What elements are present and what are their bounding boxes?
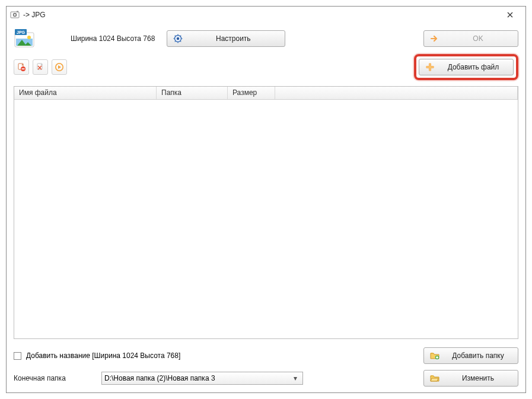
svg-line-16: [175, 36, 176, 37]
table-body[interactable]: [14, 100, 518, 338]
gear-icon: [173, 34, 183, 43]
dest-folder-label: Конечная папка: [14, 374, 97, 382]
column-header-name[interactable]: Имя файла: [14, 87, 157, 99]
chevron-down-icon: ▾: [291, 374, 300, 382]
add-folder-button[interactable]: Добавить папку: [423, 347, 518, 364]
svg-point-6: [27, 36, 31, 39]
close-button[interactable]: [498, 8, 522, 22]
add-folder-button-label: Добавить папку: [444, 352, 512, 360]
dest-folder-value: D:\Новая папка (2)\Новая папка 3: [104, 374, 291, 382]
column-header-size[interactable]: Размер: [228, 87, 275, 99]
bottom-panel: Добавить название [Ширина 1024 Высота 76…: [7, 344, 525, 392]
column-header-folder[interactable]: Папка: [157, 87, 228, 99]
ok-button-label: OK: [444, 34, 512, 43]
dest-folder-combo[interactable]: D:\Новая папка (2)\Новая папка 3 ▾: [101, 372, 303, 385]
svg-point-2: [14, 14, 15, 15]
svg-line-18: [180, 36, 181, 37]
svg-line-17: [180, 41, 181, 42]
top-row: JPG Ширина 1024 Высота 768 Настроить OK: [7, 23, 525, 52]
arrow-right-icon: [430, 34, 439, 43]
clear-list-button[interactable]: [33, 59, 48, 75]
folder-plus-icon: [430, 351, 439, 360]
svg-rect-3: [17, 11, 18, 12]
svg-rect-29: [426, 66, 434, 68]
add-title-row: Добавить название [Ширина 1024 Высота 76…: [14, 347, 518, 364]
toolbar-row: Добавить файл: [7, 52, 525, 85]
configure-button-label: Настроить: [187, 34, 279, 43]
app-icon: [10, 10, 20, 20]
dialog-window: -> JPG JPG Ширина 1024 Высота 768 Настро…: [6, 6, 526, 393]
file-table: Имя файла Папка Размер: [14, 86, 518, 339]
format-icon: JPG: [14, 28, 35, 49]
change-button[interactable]: Изменить: [423, 370, 518, 387]
svg-text:JPG: JPG: [17, 30, 26, 34]
plus-icon: [425, 62, 435, 72]
window-title: -> JPG: [23, 11, 498, 19]
svg-marker-25: [58, 65, 61, 69]
titlebar: -> JPG: [7, 7, 525, 23]
change-button-label: Изменить: [444, 374, 512, 382]
svg-point-11: [177, 37, 179, 40]
svg-rect-22: [22, 68, 25, 69]
svg-rect-32: [436, 357, 438, 358]
column-header-rest: [275, 87, 518, 99]
ok-button: OK: [423, 30, 518, 47]
add-file-highlight: Добавить файл: [414, 54, 518, 80]
add-title-label: Добавить название [Ширина 1024 Высота 76…: [26, 352, 180, 360]
configure-button[interactable]: Настроить: [167, 30, 285, 47]
table-header: Имя файла Папка Размер: [14, 87, 518, 100]
dimensions-label: Ширина 1024 Высота 768: [41, 34, 155, 43]
folder-open-icon: [430, 373, 439, 383]
add-title-checkbox[interactable]: [14, 352, 21, 360]
add-file-button[interactable]: Добавить файл: [419, 59, 514, 75]
add-file-button-label: Добавить файл: [439, 63, 507, 71]
preview-button[interactable]: [52, 59, 67, 75]
dest-row: Конечная папка D:\Новая папка (2)\Новая …: [14, 370, 518, 387]
remove-file-button[interactable]: [14, 59, 29, 75]
svg-line-19: [175, 41, 176, 42]
